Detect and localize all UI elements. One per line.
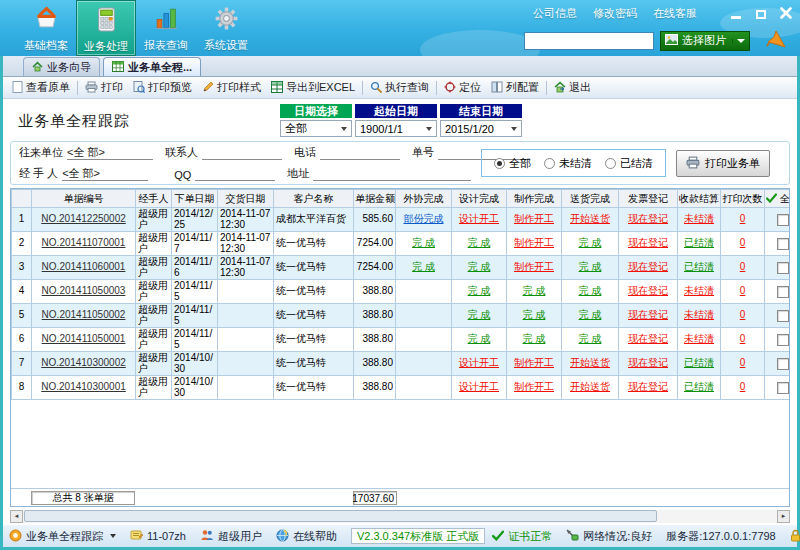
invoice-status-link[interactable]: 现在登记: [628, 333, 668, 344]
invoice-status-link[interactable]: 现在登记: [628, 357, 668, 368]
col-select-all[interactable]: 全选: [765, 190, 791, 208]
execute-query-button[interactable]: 执行查询: [365, 78, 434, 98]
order-no-link[interactable]: NO.201411070001: [42, 237, 126, 248]
export-excel-button[interactable]: 导出到EXCEL: [266, 78, 360, 98]
print-style-button[interactable]: 打印样式: [197, 78, 266, 98]
design-status-link[interactable]: 设计开工: [459, 213, 499, 224]
make-status-link[interactable]: 完 成: [523, 285, 546, 296]
payment-status-link[interactable]: 已结清: [684, 357, 714, 368]
payment-status-link[interactable]: 已结清: [684, 381, 714, 392]
module-menu[interactable]: 业务单全程跟踪: [9, 529, 116, 544]
lock-screen-item[interactable]: 锁 屏: [790, 529, 800, 544]
start-date-select[interactable]: 1900/1/1: [355, 120, 437, 137]
deliver-status-link[interactable]: 完 成: [579, 333, 602, 344]
phone-field[interactable]: [320, 146, 400, 160]
payment-status-link[interactable]: 未结清: [684, 333, 714, 344]
payment-status-link[interactable]: 未结清: [684, 285, 714, 296]
tab-business-wizard[interactable]: 业务向导: [23, 57, 100, 76]
date-tag-item[interactable]: 11-07zh: [130, 529, 186, 543]
nav-item-business-process[interactable]: 业务处理: [76, 0, 136, 56]
col-print-count[interactable]: 打印次数: [721, 190, 765, 208]
table-row[interactable]: 7 NO.201410300002 超级用户 2014/10/30 统一优马特 …: [12, 352, 791, 376]
radio-all[interactable]: 全部: [494, 156, 531, 171]
print-count-link[interactable]: 0: [740, 309, 746, 320]
row-checkbox[interactable]: [777, 382, 789, 394]
invoice-status-link[interactable]: 现在登记: [628, 237, 668, 248]
current-user-item[interactable]: 超级用户: [200, 529, 262, 544]
row-checkbox[interactable]: [777, 286, 789, 298]
tab-order-tracking[interactable]: 业务单全程...: [103, 57, 201, 76]
make-status-link[interactable]: 制作开工: [514, 237, 554, 248]
qq-field[interactable]: [195, 167, 275, 181]
end-date-select[interactable]: 2015/1/20: [440, 120, 522, 137]
deliver-status-link[interactable]: 完 成: [579, 237, 602, 248]
print-button[interactable]: 打印: [80, 78, 128, 98]
radio-unsettled[interactable]: 未结清: [544, 156, 592, 171]
order-no-link[interactable]: NO.201411050001: [42, 333, 126, 344]
handler-field[interactable]: [62, 167, 148, 181]
design-status-link[interactable]: 完 成: [468, 309, 491, 320]
row-checkbox[interactable]: [777, 262, 789, 274]
print-count-link[interactable]: 0: [740, 261, 746, 272]
invoice-status-link[interactable]: 现在登记: [628, 381, 668, 392]
table-row[interactable]: 6 NO.201411050001 超级用户 2014/11/5 统一优马特 3…: [12, 328, 791, 352]
date-mode-select[interactable]: 全部: [280, 120, 352, 137]
scrollbar-track[interactable]: [23, 510, 777, 523]
outsource-status-link[interactable]: 部份完成: [404, 213, 444, 224]
deliver-status-link[interactable]: 完 成: [579, 285, 602, 296]
col-invoice[interactable]: 发票登记: [619, 190, 678, 208]
design-status-link[interactable]: 完 成: [468, 261, 491, 272]
minimize-icon[interactable]: [729, 8, 742, 19]
make-status-link[interactable]: 制作开工: [514, 357, 554, 368]
print-count-link[interactable]: 0: [740, 285, 746, 296]
order-no-link[interactable]: NO.201412250002: [41, 213, 126, 224]
row-checkbox[interactable]: [777, 214, 789, 226]
col-order-date[interactable]: 下单日期: [172, 190, 218, 208]
close-icon[interactable]: [779, 8, 792, 19]
nav-item-report-query[interactable]: 报表查询: [136, 0, 196, 56]
deliver-status-link[interactable]: 开始送货: [570, 357, 610, 368]
col-design[interactable]: 设计完成: [452, 190, 507, 208]
payment-status-link[interactable]: 已结清: [684, 261, 714, 272]
row-checkbox[interactable]: [777, 334, 789, 346]
online-help-item[interactable]: 在线帮助: [276, 529, 337, 544]
scrollbar-thumb[interactable]: [24, 510, 657, 522]
table-row[interactable]: 5 NO.201411050002 超级用户 2014/11/5 统一优马特 3…: [12, 304, 791, 328]
invoice-status-link[interactable]: 现在登记: [628, 261, 668, 272]
nav-item-system-settings[interactable]: 系统设置: [196, 0, 256, 56]
address-field[interactable]: [313, 167, 471, 181]
deliver-status-link[interactable]: 开始送货: [570, 213, 610, 224]
column-config-button[interactable]: 列配置: [486, 78, 544, 98]
make-status-link[interactable]: 完 成: [523, 333, 546, 344]
image-search-input[interactable]: [524, 32, 654, 50]
outsource-status-link[interactable]: 完 成: [412, 237, 435, 248]
payment-status-link[interactable]: 已结清: [684, 237, 714, 248]
print-preview-button[interactable]: 打印预览: [128, 78, 197, 98]
deliver-status-link[interactable]: 完 成: [579, 309, 602, 320]
make-status-link[interactable]: 制作开工: [514, 261, 554, 272]
nav-item-base-files[interactable]: 基础档案: [16, 0, 76, 56]
contact-field[interactable]: [202, 146, 282, 160]
online-service-link[interactable]: 在线客服: [653, 6, 697, 21]
row-checkbox[interactable]: [777, 310, 789, 322]
exit-button[interactable]: 退出: [549, 78, 596, 98]
col-customer[interactable]: 客户名称: [274, 190, 354, 208]
make-status-link[interactable]: 制作开工: [514, 381, 554, 392]
col-make[interactable]: 制作完成: [507, 190, 562, 208]
make-status-link[interactable]: 完 成: [523, 309, 546, 320]
table-row[interactable]: 3 NO.201411060001 超级用户 2014/11/6 2014-11…: [12, 256, 791, 280]
col-order-no[interactable]: 单据编号: [32, 190, 136, 208]
invoice-status-link[interactable]: 现在登记: [628, 213, 668, 224]
scroll-left-icon[interactable]: [10, 510, 23, 523]
deliver-status-link[interactable]: 完 成: [579, 261, 602, 272]
row-checkbox[interactable]: [777, 238, 789, 250]
row-checkbox[interactable]: [777, 358, 789, 370]
company-info-link[interactable]: 公司信息: [533, 6, 577, 21]
order-no-link[interactable]: NO.201411060001: [42, 261, 126, 272]
print-order-button[interactable]: 打印业务单: [676, 150, 770, 177]
locate-button[interactable]: 定位: [439, 78, 486, 98]
design-status-link[interactable]: 完 成: [468, 237, 491, 248]
payment-status-link[interactable]: 未结清: [684, 213, 714, 224]
maximize-icon[interactable]: [754, 8, 767, 19]
outsource-status-link[interactable]: 完 成: [412, 261, 435, 272]
